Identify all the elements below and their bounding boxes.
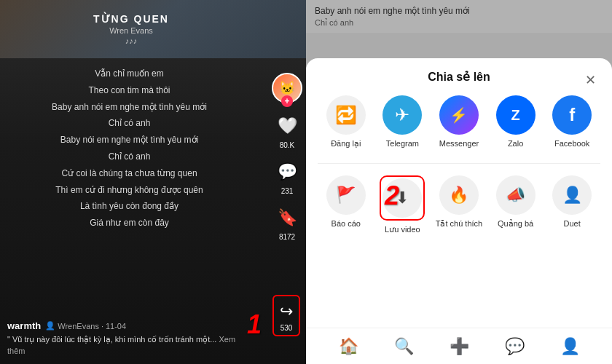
action-report[interactable]: 🚩 Báo cáo bbox=[321, 175, 371, 234]
share-button-area[interactable]: 1 ↪ 530 bbox=[272, 295, 300, 336]
share-facebook[interactable]: f Facebook bbox=[547, 95, 597, 149]
share-count: 530 bbox=[280, 324, 293, 332]
username: warmth bbox=[7, 320, 41, 331]
promote-label: Quảng bá bbox=[498, 219, 533, 229]
step-2-badge: 2 bbox=[385, 181, 399, 211]
comment-button[interactable]: 💬 231 bbox=[273, 158, 301, 195]
nav-profile-icon[interactable]: 👤 bbox=[560, 337, 580, 356]
promote-icon: 📣 bbox=[496, 175, 536, 215]
right-sidebar: 🐱 + 🤍 80.K 💬 231 🔖 8172 bbox=[272, 73, 302, 241]
share-icons-row: 🔁 Đăng lại ✈ Telegram ⚡ Messenger Z Zalo… bbox=[318, 95, 600, 149]
left-panel: TỪNG QUEN Wren Evans ♪♪♪ Vẫn chỉ muốn em… bbox=[0, 0, 306, 364]
bottom-area: warmth 👤 WrenEvans · 11-04 " Vũ trụ này … bbox=[0, 320, 259, 357]
like-count: 80.K bbox=[280, 141, 295, 149]
lyric-3: Baby anh nói em nghe một tình yêu mới bbox=[11, 99, 248, 116]
divider bbox=[318, 163, 600, 164]
artist-name: Wren Evans bbox=[6, 26, 256, 35]
action-promote[interactable]: 📣 Quảng bá bbox=[491, 175, 541, 234]
facebook-label: Facebook bbox=[554, 139, 589, 148]
avatar-container[interactable]: 🐱 + bbox=[272, 73, 302, 103]
lyric-6: Chỉ có anh bbox=[11, 149, 248, 165]
lyric-7: Cứ coi là chúng ta chưa từng quen bbox=[11, 165, 248, 182]
lyric-4: Chỉ có anh bbox=[11, 115, 248, 132]
music-notes: ♪♪♪ bbox=[6, 36, 256, 45]
share-telegram[interactable]: ✈ Telegram bbox=[377, 95, 427, 149]
telegram-label: Telegram bbox=[386, 139, 419, 148]
zalo-label: Zalo bbox=[508, 139, 523, 148]
nolike-label: Tắt chú thích bbox=[436, 219, 482, 229]
caption-text: " Vũ trụ này đôi lúc thật kỳ lạ, khi mìn… bbox=[7, 334, 251, 357]
username-row: warmth 👤 WrenEvans · 11-04 bbox=[7, 320, 251, 331]
comment-icon: 💬 bbox=[273, 158, 301, 186]
bookmark-icon: 🔖 bbox=[273, 204, 301, 232]
messenger-icon: ⚡ bbox=[439, 95, 479, 135]
report-icon: 🚩 bbox=[326, 175, 366, 215]
zalo-icon: Z bbox=[496, 95, 536, 135]
share-icon: ↪ bbox=[277, 299, 296, 324]
share-messenger[interactable]: ⚡ Messenger bbox=[434, 95, 484, 149]
nav-add-icon[interactable]: ➕ bbox=[450, 337, 469, 356]
facebook-icon: f bbox=[552, 95, 592, 135]
repost-label: Đăng lại bbox=[331, 139, 361, 149]
duet-icon: 👤 bbox=[552, 175, 592, 215]
bookmark-button[interactable]: 🔖 8172 bbox=[273, 204, 301, 241]
nav-home-icon[interactable]: 🏠 bbox=[339, 337, 358, 356]
share-zalo[interactable]: Z Zalo bbox=[491, 95, 541, 149]
lyrics-area: Vẫn chỉ muốn em Theo con tim mà thôi Bab… bbox=[0, 58, 259, 239]
lyric-2: Theo con tim mà thôi bbox=[11, 82, 248, 99]
bookmark-count: 8172 bbox=[279, 233, 295, 241]
like-button[interactable]: 🤍 80.K bbox=[273, 112, 301, 149]
action-nolike[interactable]: 🔥 Tắt chú thích bbox=[434, 175, 484, 234]
close-button[interactable]: ✕ bbox=[580, 70, 600, 90]
nav-search-icon[interactable]: 🔍 bbox=[394, 337, 414, 356]
follow-plus-icon[interactable]: + bbox=[281, 95, 293, 107]
nav-inbox-icon[interactable]: 💬 bbox=[505, 337, 525, 356]
song-title: TỪNG QUEN bbox=[6, 13, 256, 25]
nolike-icon: 🔥 bbox=[439, 175, 479, 215]
action-duet[interactable]: 👤 Duet bbox=[547, 175, 597, 234]
modal-title: Chia sẻ lên bbox=[428, 70, 490, 84]
lyric-8: Thì em cứ đi nhưng không được quên bbox=[11, 182, 248, 199]
heart-icon: 🤍 bbox=[273, 112, 301, 140]
lyric-1: Vẫn chỉ muốn em bbox=[11, 66, 248, 82]
share-repost[interactable]: 🔁 Đăng lại bbox=[321, 95, 371, 149]
duet-label: Duet bbox=[564, 219, 581, 228]
save-video-label: Lưu video bbox=[385, 225, 420, 234]
messenger-label: Messenger bbox=[439, 139, 479, 148]
right-panel: Baby anh nói em nghe một tình yêu mới Ch… bbox=[306, 0, 612, 364]
lyric-5: Baby nói em nghe một tình yêu mới bbox=[11, 132, 248, 149]
lyric-9: Là tình yêu còn đong đầy bbox=[11, 198, 248, 215]
repost-icon: 🔁 bbox=[326, 95, 366, 135]
share-modal: Chia sẻ lên ✕ 🔁 Đăng lại ✈ Telegram ⚡ Me… bbox=[306, 58, 612, 364]
user-handle: 👤 WrenEvans · 11-04 bbox=[45, 321, 126, 331]
comment-count: 231 bbox=[281, 187, 294, 195]
telegram-icon: ✈ bbox=[382, 95, 422, 135]
action-icons-row: 🚩 Báo cáo ⬇ Lưu video 🔥 Tắt chú thích 📣 … bbox=[318, 175, 600, 234]
modal-header: Chia sẻ lên ✕ bbox=[318, 70, 600, 84]
share-button-box[interactable]: ↪ 530 bbox=[272, 295, 300, 336]
report-label: Báo cáo bbox=[332, 219, 361, 228]
song-title-area: TỪNG QUEN Wren Evans ♪♪♪ bbox=[0, 7, 262, 51]
bottom-nav: 🏠 🔍 ➕ 💬 👤 bbox=[306, 328, 612, 364]
lyric-10: Giá như em còn đây bbox=[11, 215, 248, 232]
